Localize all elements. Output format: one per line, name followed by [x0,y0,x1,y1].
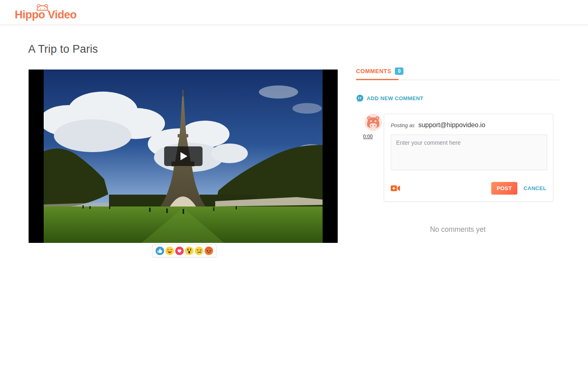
comment-timestamp-link[interactable]: 0:00 [363,134,372,139]
posting-as-row: Posting as support@hippovideo.io [391,121,546,129]
reaction-wow-icon[interactable] [185,247,194,255]
logo-text: Hippo Video [15,9,77,21]
compose-actions-row: POST CANCEL [391,182,546,195]
reaction-like-icon[interactable] [156,247,164,255]
comment-input[interactable] [391,135,547,170]
tab-comments[interactable]: COMMENTS 0 [356,67,403,75]
cancel-button[interactable]: CANCEL [523,185,546,191]
avatar [365,114,382,131]
app-header: Hippo Video [0,0,588,25]
page-title: A Trip to Paris [28,43,98,56]
reaction-sad-icon[interactable] [195,247,203,255]
hippo-avatar-icon [366,116,380,129]
posting-as-label: Posting as [391,123,414,128]
post-button[interactable]: POST [491,182,517,195]
reaction-angry-icon[interactable] [205,247,213,255]
tab-active-underline [356,79,399,80]
video-player[interactable] [29,70,338,243]
posting-as-email: support@hippovideo.io [418,121,485,129]
record-video-comment-button[interactable] [391,185,400,192]
compose-avatar-column: 0:00 [356,114,384,202]
add-new-comment-label: ADD NEW COMMENT [367,95,423,101]
comments-count-badge: 0 [395,67,403,75]
reaction-haha-icon[interactable] [165,247,174,255]
reactions-bar [152,244,216,257]
play-button[interactable] [164,146,203,166]
play-icon [180,152,187,160]
reaction-love-icon[interactable] [175,247,184,255]
hippo-video-logo[interactable]: Hippo Video [15,3,77,24]
video-camera-plus-icon [391,185,400,192]
no-comments-message: No comments yet [356,225,559,234]
comment-compose: 0:00 Posting as support@hippovideo.io [356,114,559,202]
comments-tab-label: COMMENTS [356,68,391,74]
comment-compose-card: Posting as support@hippovideo.io P [384,114,553,202]
add-new-comment-button[interactable]: ADD NEW COMMENT [356,94,423,102]
page: Hippo Video A Trip to Paris [0,0,588,368]
comment-bubble-icon [356,94,364,102]
